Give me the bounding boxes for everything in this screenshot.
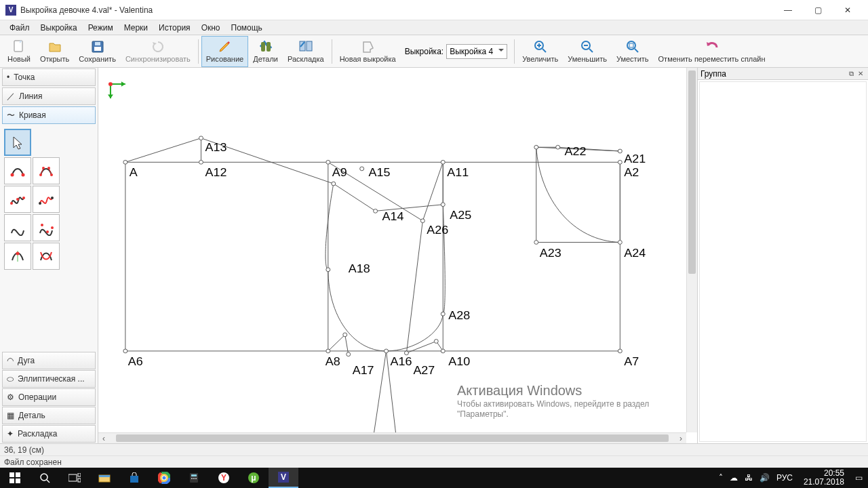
scroll-left-arrow[interactable]: ‹ bbox=[98, 434, 109, 443]
menu-bar: Файл Выкройка Режим Мерки История Окно П… bbox=[0, 20, 868, 35]
tray-chevron-up-icon[interactable]: ˄ bbox=[719, 473, 723, 483]
svg-rect-5 bbox=[267, 42, 271, 52]
task-store[interactable] bbox=[119, 468, 149, 488]
cat-arc[interactable]: ◠Дуга bbox=[2, 352, 96, 369]
svg-point-66 bbox=[420, 219, 425, 223]
cat-curve[interactable]: 〜Кривая bbox=[2, 106, 96, 124]
svg-text:A6: A6 bbox=[128, 354, 143, 368]
svg-rect-125 bbox=[193, 478, 195, 479]
cat-curve-label: Кривая bbox=[19, 110, 46, 120]
save-label: Сохранить bbox=[79, 55, 116, 63]
details-mode-button[interactable]: Детали bbox=[248, 36, 283, 67]
task-chrome[interactable] bbox=[149, 468, 179, 488]
tool-spline-path-handles[interactable] bbox=[33, 186, 60, 213]
details-label: Детали bbox=[253, 55, 278, 63]
start-button[interactable] bbox=[0, 468, 30, 488]
vertical-scrollbar[interactable] bbox=[686, 68, 697, 432]
tool-cubic-bezier[interactable] bbox=[4, 214, 31, 241]
tool-point-on-curve[interactable] bbox=[4, 243, 31, 270]
menu-mode[interactable]: Режим bbox=[83, 22, 119, 34]
undo-icon bbox=[705, 39, 719, 54]
menu-history[interactable]: История bbox=[153, 22, 196, 34]
draw-mode-button[interactable]: Рисование bbox=[201, 36, 248, 67]
cat-detail[interactable]: ▦Деталь bbox=[2, 407, 96, 424]
svg-point-20 bbox=[22, 197, 25, 199]
taskview-button[interactable] bbox=[60, 468, 90, 488]
save-button[interactable]: Сохранить bbox=[74, 36, 121, 67]
new-pattern-button[interactable]: Новая выкройка bbox=[335, 36, 401, 67]
scroll-right-arrow[interactable]: › bbox=[675, 434, 686, 443]
svg-text:A14: A14 bbox=[382, 209, 404, 223]
open-button[interactable]: Открыть bbox=[35, 36, 74, 67]
task-calculator[interactable] bbox=[179, 468, 209, 488]
svg-text:A2: A2 bbox=[624, 166, 639, 180]
zoom-fit-button[interactable]: Уместить bbox=[612, 36, 654, 67]
cat-elliptic[interactable]: ⬭Эллиптическая ... bbox=[2, 370, 96, 388]
tool-spline-path[interactable] bbox=[4, 186, 31, 213]
dock-toggle-button[interactable]: ⧉ bbox=[846, 69, 856, 79]
undo-spline-label: Отменить переместить сплайн bbox=[658, 55, 766, 63]
tray-volume-icon[interactable]: 🔊 bbox=[760, 473, 770, 483]
cat-layout[interactable]: ✦Раскладка bbox=[2, 425, 96, 443]
cat-layout-label: Раскладка bbox=[18, 429, 58, 439]
cat-line[interactable]: ／Линия bbox=[2, 87, 96, 105]
zoom-out-button[interactable]: Уменьшить bbox=[563, 36, 612, 67]
close-button[interactable]: ✕ bbox=[833, 1, 863, 20]
task-yandex[interactable]: Y bbox=[209, 468, 239, 488]
cat-operations[interactable]: ⚙Операции bbox=[2, 388, 96, 406]
menu-window[interactable]: Окно bbox=[196, 22, 226, 34]
svg-rect-106 bbox=[16, 472, 20, 477]
tool-curve-intersection[interactable] bbox=[33, 243, 60, 270]
dock-close-button[interactable]: ✕ bbox=[856, 69, 865, 79]
menu-measures[interactable]: Мерки bbox=[119, 22, 153, 34]
toolbar-separator bbox=[514, 39, 515, 64]
task-valentina[interactable]: V bbox=[269, 468, 298, 488]
task-utorrent[interactable]: μ bbox=[239, 468, 269, 488]
draw-label: Рисование bbox=[206, 55, 243, 63]
svg-text:V: V bbox=[281, 472, 286, 482]
search-button[interactable] bbox=[30, 468, 60, 488]
tool-curve-simple[interactable] bbox=[4, 157, 31, 184]
tool-cubic-bezier-points[interactable] bbox=[33, 214, 60, 241]
svg-point-78 bbox=[343, 333, 347, 337]
minimize-button[interactable]: — bbox=[773, 1, 803, 20]
svg-rect-110 bbox=[68, 474, 77, 481]
layout-mode-button[interactable]: Раскладка bbox=[283, 36, 329, 67]
tool-pointer[interactable] bbox=[4, 129, 31, 156]
tray-onedrive-icon[interactable]: ☁ bbox=[730, 473, 738, 483]
cat-point[interactable]: •Точка bbox=[2, 68, 96, 86]
drawing-canvas[interactable]: AA13A12A9A15A11A22A21A2A14A25A26A18A23A2… bbox=[98, 68, 686, 432]
svg-point-24 bbox=[46, 230, 49, 233]
svg-text:A12: A12 bbox=[205, 166, 226, 180]
new-file-icon bbox=[12, 39, 26, 54]
cat-line-label: Линия bbox=[19, 92, 42, 101]
new-button[interactable]: Новый bbox=[3, 36, 35, 67]
tray-network-icon[interactable]: 🖧 bbox=[745, 473, 753, 483]
system-tray[interactable]: ˄ ☁ 🖧 🔊 РУС 20:55 21.07.2018 ▭ bbox=[713, 469, 868, 487]
maximize-button[interactable]: ▢ bbox=[803, 1, 833, 20]
svg-point-19 bbox=[16, 198, 19, 201]
tray-clock[interactable]: 20:55 21.07.2018 bbox=[800, 469, 848, 487]
status-bar-message: Файл сохранен bbox=[0, 455, 868, 468]
horizontal-scrollbar[interactable]: ‹ › bbox=[98, 432, 686, 443]
toolbar-separator bbox=[332, 39, 332, 64]
svg-rect-115 bbox=[130, 476, 138, 483]
task-explorer[interactable] bbox=[90, 468, 119, 488]
menu-file[interactable]: Файл bbox=[4, 22, 35, 34]
svg-text:μ: μ bbox=[251, 473, 256, 483]
tray-language[interactable]: РУС bbox=[776, 473, 793, 483]
pattern-combo[interactable]: Выкройка 4 bbox=[446, 44, 507, 59]
menu-pattern[interactable]: Выкройка bbox=[35, 22, 83, 34]
svg-text:A25: A25 bbox=[450, 208, 471, 222]
svg-text:A24: A24 bbox=[624, 246, 646, 260]
tool-curve-handles[interactable] bbox=[33, 157, 60, 184]
zoom-in-icon bbox=[533, 39, 548, 54]
zoom-in-button[interactable]: Увеличить bbox=[517, 36, 563, 67]
status-bar-coords: 36, 19 (см) bbox=[0, 443, 868, 455]
group-panel: Группа ⧉ ✕ bbox=[697, 68, 868, 443]
tray-notifications-icon[interactable]: ▭ bbox=[855, 473, 863, 483]
svg-text:A: A bbox=[130, 166, 138, 180]
menu-help[interactable]: Помощь bbox=[226, 22, 268, 34]
undo-spline-button[interactable]: Отменить переместить сплайн bbox=[654, 36, 770, 67]
svg-text:A23: A23 bbox=[540, 246, 561, 260]
